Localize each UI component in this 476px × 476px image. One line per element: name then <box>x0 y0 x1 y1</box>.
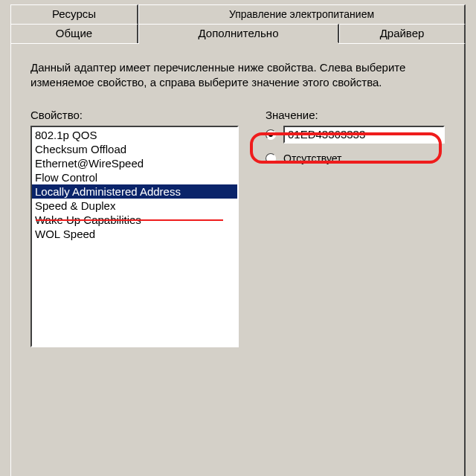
property-item[interactable]: Locally Administered Address <box>32 184 237 199</box>
tab-driver[interactable]: Драйвер <box>339 24 466 43</box>
tab-power-management[interactable]: Управление электропитанием <box>138 4 466 24</box>
value-column: Значение: Отсутствует <box>266 109 445 173</box>
property-column: Свойство: 802.1p QOSChecksum OffloadEthe… <box>30 109 246 347</box>
property-item[interactable]: WOL Speed <box>32 227 237 241</box>
property-label: Свойство: <box>30 109 246 121</box>
properties-dialog: Ресурсы Управление электропитанием Общие… <box>0 0 476 476</box>
property-item[interactable]: Speed & Duplex <box>32 199 237 213</box>
property-item[interactable]: Wake Up Capabilities <box>32 213 237 227</box>
radio-value[interactable] <box>266 129 276 140</box>
property-item[interactable]: Checksum Offload <box>32 142 237 156</box>
tab-row-secondary: Ресурсы Управление электропитанием <box>10 4 466 24</box>
radio-absent[interactable] <box>266 153 276 164</box>
tab-row-primary: Общие Дополнительно Драйвер <box>10 24 466 43</box>
advanced-panel: Данный адаптер имеет перечисленные ниже … <box>10 43 466 476</box>
active-tab-mask <box>139 42 338 45</box>
radio-absent-label: Отсутствует <box>283 152 342 164</box>
value-input[interactable] <box>283 126 445 144</box>
columns: Свойство: 802.1p QOSChecksum OffloadEthe… <box>30 109 445 347</box>
tab-resources[interactable]: Ресурсы <box>10 4 138 24</box>
value-label: Значение: <box>266 109 445 121</box>
value-radio-row <box>266 126 445 144</box>
tab-general[interactable]: Общие <box>10 24 138 43</box>
absent-radio-row: Отсутствует <box>266 152 445 164</box>
panel-description: Данный адаптер имеет перечисленные ниже … <box>30 60 445 91</box>
property-item[interactable]: Flow Control <box>32 170 237 184</box>
property-listbox[interactable]: 802.1p QOSChecksum OffloadEthernet@WireS… <box>30 126 239 347</box>
property-item[interactable]: Ethernet@WireSpeed <box>32 156 237 170</box>
tab-advanced[interactable]: Дополнительно <box>138 24 339 43</box>
property-item[interactable]: 802.1p QOS <box>32 128 237 142</box>
